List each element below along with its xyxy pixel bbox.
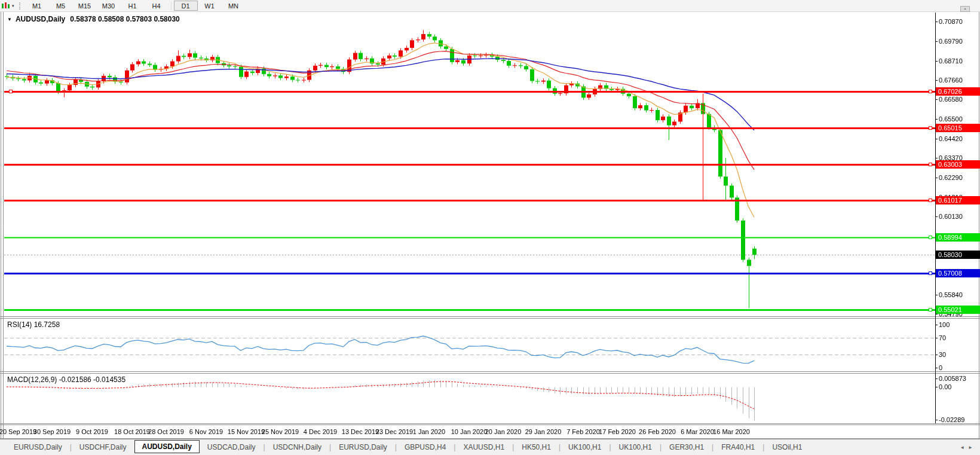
- price-tick-label: 0.65500: [939, 115, 963, 123]
- date-label: 23 Dec 2019: [376, 428, 413, 435]
- date-label: 9 Oct 2019: [76, 428, 108, 435]
- date-label: 20 Sep 2019: [0, 428, 36, 435]
- date-label: 26 Feb 2020: [639, 428, 676, 435]
- tf-button-mn[interactable]: MN: [222, 1, 246, 11]
- price-tick-label: 0.68710: [939, 57, 963, 65]
- timeframe-buttons: M1M5M15M30H1H4D1W1MN: [25, 1, 246, 11]
- tab-usdchf-daily[interactable]: USDCHF,Daily: [72, 441, 134, 454]
- tab-usdcnh-daily[interactable]: USDCNH,Daily: [265, 441, 329, 454]
- price-tick-label: 0.66580: [939, 96, 963, 103]
- tab-gbpusd-h4[interactable]: GBPUSD,H4: [397, 441, 454, 454]
- date-label: 16 Mar 2020: [713, 428, 750, 435]
- price-level-label: 0.55021: [936, 306, 980, 314]
- macd-scale-label: -0.02289: [939, 416, 964, 423]
- price-tick-label: 0.55840: [939, 291, 963, 298]
- chart-type-dropdown-icon[interactable]: ▾: [12, 4, 14, 8]
- tab-scroll-left-icon[interactable]: ◄: [960, 445, 968, 450]
- rsi-scale-label: 70: [939, 334, 946, 341]
- rsi-scale-label: 0: [939, 364, 942, 371]
- current-price-label: 0.58030: [936, 251, 980, 259]
- date-label: 13 Dec 2019: [342, 428, 379, 435]
- candlestick-chart-icon[interactable]: [1, 2, 11, 10]
- toolbar-divider: [171, 2, 172, 10]
- price-tick-label: 0.60130: [939, 213, 963, 220]
- date-label: 18 Oct 2019: [114, 428, 150, 435]
- symbol-dropdown-icon[interactable]: ▼: [7, 17, 12, 22]
- date-label: 7 Feb 2020: [566, 428, 600, 435]
- rsi-pane-label: RSI(14) 16.7258: [7, 320, 60, 329]
- tab-scroll-arrows: ◄►: [960, 445, 976, 450]
- date-label: 6 Nov 2019: [189, 428, 223, 435]
- rsi-scale-label: 30: [939, 351, 946, 358]
- tab-bar: EURUSD,Daily|USDCHF,DailyAUDUSD,DailyUSD…: [0, 439, 980, 455]
- date-label: 30 Sep 2019: [33, 428, 71, 435]
- tab-audusd-daily[interactable]: AUDUSD,Daily: [134, 440, 200, 453]
- tf-button-h4[interactable]: H4: [145, 1, 169, 11]
- tf-button-m15[interactable]: M15: [73, 1, 97, 11]
- date-label: 15 Nov 2019: [228, 428, 265, 435]
- date-label: 10 Jan 2020: [451, 428, 488, 435]
- date-label: 1 Jan 2020: [413, 428, 445, 435]
- price-level-label: 0.58994: [936, 233, 980, 242]
- toolbar-grip: [19, 2, 20, 10]
- window-scroll-nub[interactable]: ▲: [960, 6, 970, 12]
- date-label: 20 Jan 2020: [485, 428, 522, 435]
- date-label: 25 Nov 2019: [262, 428, 299, 435]
- date-label: 29 Jan 2020: [525, 428, 562, 435]
- tab-usdcad-daily[interactable]: USDCAD,Daily: [200, 441, 264, 454]
- chart-canvas[interactable]: [0, 0, 980, 455]
- price-tick-label: 0.69790: [939, 38, 963, 45]
- tf-button-d1[interactable]: D1: [174, 1, 198, 11]
- rsi-scale-label: 100: [939, 321, 950, 328]
- tf-button-h1[interactable]: H1: [121, 1, 145, 11]
- tab-eurusd-daily[interactable]: EURUSD,Daily: [331, 441, 395, 454]
- price-tick-label: 0.67660: [939, 77, 963, 84]
- tab-xauusd-h1[interactable]: XAUUSD,H1: [455, 441, 512, 454]
- tab-ger30-h1[interactable]: GER30,H1: [662, 441, 712, 454]
- tf-button-w1[interactable]: W1: [198, 1, 222, 11]
- price-level-label: 0.65015: [936, 124, 980, 132]
- tab-uk100-h1[interactable]: UK100,H1: [561, 441, 609, 454]
- tab-hk50-h1[interactable]: HK50,H1: [514, 441, 559, 454]
- chart-title-symbol: AUDUSD,Daily: [16, 15, 65, 23]
- price-level-label: 0.63003: [936, 160, 980, 169]
- tab-eurusd-daily[interactable]: EURUSD,Daily: [6, 441, 70, 454]
- chart-title-ohlc: 0.58378 0.58508 0.57803 0.58030: [70, 15, 180, 23]
- tf-button-m30[interactable]: M30: [97, 1, 121, 11]
- macd-scale-label: 0.005873: [939, 375, 966, 382]
- date-label: 17 Feb 2020: [599, 428, 636, 435]
- date-label: 4 Dec 2019: [304, 428, 337, 435]
- tab-uk100-h1[interactable]: UK100,H1: [611, 441, 660, 454]
- date-label: 6 Mar 2020: [681, 428, 714, 435]
- price-tick-label: 0.70870: [939, 18, 963, 25]
- macd-pane-label: MACD(12,26,9) -0.021586 -0.014535: [7, 375, 125, 384]
- price-tick-label: 0.62290: [939, 174, 963, 181]
- tf-button-m1[interactable]: M1: [25, 1, 49, 11]
- price-tick-label: 0.64420: [939, 135, 963, 142]
- tab-fra40-h1[interactable]: FRA40,H1: [713, 441, 762, 454]
- tab-usoil-h1[interactable]: USOil,H1: [764, 441, 810, 454]
- macd-scale-label: 0.00: [939, 383, 951, 390]
- tf-button-m5[interactable]: M5: [49, 1, 73, 11]
- top-toolbar: ▾ M1M5M15M30H1H4D1W1MN: [0, 0, 980, 12]
- price-level-label: 0.61017: [936, 196, 980, 204]
- date-label: 28 Oct 2019: [148, 428, 184, 435]
- chart-title: ▼AUDUSD,Daily0.58378 0.58508 0.57803 0.5…: [7, 15, 180, 23]
- price-level-label: 0.67026: [936, 87, 980, 96]
- tab-scroll-right-icon[interactable]: ►: [968, 445, 976, 450]
- price-level-label: 0.57008: [936, 269, 980, 277]
